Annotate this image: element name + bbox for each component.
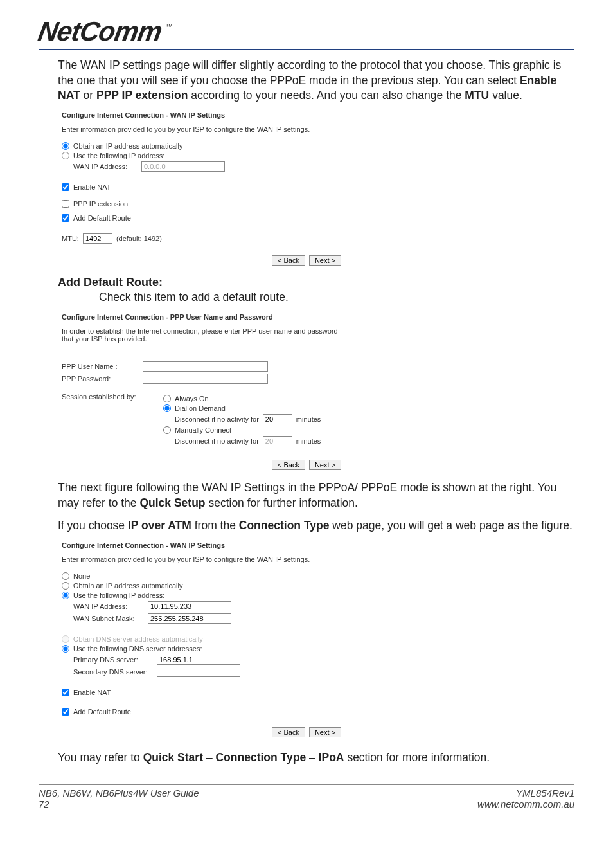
panel-title: Configure Internet Connection - WAN IP S…	[62, 111, 344, 119]
ipoa-wan-ip-panel: Configure Internet Connection - WAN IP S…	[62, 541, 344, 737]
text-bold: Quick Start	[143, 751, 203, 764]
panel-desc: Enter information provided to you by you…	[62, 556, 344, 563]
panel-desc: In order to establish the Internet conne…	[62, 327, 344, 343]
back-button[interactable]: < Back	[272, 460, 305, 470]
ppp-ip-extension-label: PPP IP extension	[73, 200, 128, 208]
minutes-label: minutes	[296, 437, 321, 445]
mtu-input[interactable]	[83, 233, 112, 244]
footer-url: www.netcomm.com.au	[477, 799, 574, 809]
manually-connect-label: Manually Connect	[175, 426, 231, 434]
use-static-ip-label: Use the following IP address:	[73, 152, 164, 159]
footer-guide-title: NB6, NB6W, NB6Plus4W User Guide	[39, 788, 199, 799]
add-default-route-checkbox[interactable]	[62, 214, 69, 222]
ppp-credentials-panel: Configure Internet Connection - PPP User…	[62, 313, 344, 470]
enable-nat-label: Enable NAT	[73, 689, 111, 696]
use-static-ip-label: Use the following IP address:	[73, 592, 164, 599]
text: –	[309, 751, 319, 764]
wan-ip-label: WAN IP Address:	[73, 163, 138, 170]
enable-nat-label: Enable NAT	[73, 183, 111, 191]
obtain-ip-auto-radio[interactable]	[62, 142, 69, 150]
add-default-route-label: Add Default Route	[73, 214, 131, 222]
text: section for further information.	[208, 496, 357, 509]
disconnect-timeout-input-2	[263, 436, 292, 446]
use-static-dns-label: Use the following DNS server addresses:	[73, 645, 202, 653]
paragraph-4: You may refer to Quick Start – Connectio…	[58, 750, 574, 766]
enable-nat-checkbox[interactable]	[62, 689, 69, 696]
back-button[interactable]: < Back	[272, 255, 305, 266]
page-footer: NB6, NB6W, NB6Plus4W User Guide 72 YML85…	[39, 784, 574, 809]
brand-name: NetComm	[36, 18, 164, 45]
next-button[interactable]: Next >	[309, 727, 341, 737]
primary-dns-input[interactable]	[157, 655, 240, 665]
panel-desc: Enter information provided to you by you…	[62, 125, 344, 133]
none-radio[interactable]	[62, 572, 69, 580]
mtu-default-label: (default: 1492)	[116, 235, 162, 242]
none-label: None	[73, 572, 90, 580]
text-bold: Quick Setup	[139, 496, 205, 509]
text: web page, you will get a web page as the…	[332, 519, 573, 532]
brand-logo: NetComm ™	[39, 18, 574, 45]
text-bold: MTU	[465, 89, 489, 102]
ppp-ip-extension-checkbox[interactable]	[62, 200, 69, 208]
wan-ip-label: WAN IP Address:	[73, 602, 144, 610]
minutes-label: minutes	[296, 415, 321, 423]
text: –	[206, 751, 216, 764]
add-default-route-sub: Check this item to add a default route.	[99, 291, 574, 304]
text: If you choose	[58, 519, 128, 532]
obtain-dns-auto-label: Obtain DNS server address automatically	[73, 635, 203, 643]
text-bold: Connection Type	[239, 519, 330, 532]
text-bold: PPP IP extension	[96, 89, 188, 102]
text-bold: Connection Type	[215, 751, 306, 764]
paragraph-2: The next figure following the WAN IP Set…	[58, 480, 574, 511]
dial-on-demand-radio[interactable]	[163, 404, 171, 412]
use-static-ip-radio[interactable]	[62, 152, 69, 159]
obtain-ip-auto-label: Obtain an IP address automatically	[73, 582, 182, 590]
ppp-pass-input[interactable]	[143, 374, 268, 384]
wan-ip-input	[141, 161, 225, 172]
text: The WAN IP settings page will differ sli…	[58, 59, 561, 87]
obtain-ip-auto-radio[interactable]	[62, 582, 69, 590]
text-bold: IPoA	[319, 751, 344, 764]
header-rule	[39, 49, 574, 50]
back-button[interactable]: < Back	[272, 727, 305, 737]
disconnect-if-label: Disconnect if no activity for	[175, 437, 259, 445]
ppp-user-label: PPP User Name :	[62, 363, 139, 370]
text-bold: IP over ATM	[128, 519, 191, 532]
text: or	[84, 89, 96, 102]
add-default-route-checkbox[interactable]	[62, 708, 69, 716]
next-button[interactable]: Next >	[309, 255, 341, 266]
text: according to your needs. And you can als…	[191, 89, 465, 102]
trademark: ™	[165, 22, 173, 31]
ppp-user-input[interactable]	[143, 361, 268, 372]
mtu-label: MTU:	[62, 235, 79, 242]
wan-ip-settings-panel: Configure Internet Connection - WAN IP S…	[62, 111, 344, 266]
wan-mask-input[interactable]	[148, 613, 231, 624]
disconnect-timeout-input-1[interactable]	[263, 414, 292, 424]
panel-title: Configure Internet Connection - PPP User…	[62, 313, 344, 321]
add-default-route-label: Add Default Route	[73, 708, 131, 716]
footer-doc-rev: YML854Rev1	[477, 788, 574, 799]
obtain-dns-auto-radio	[62, 635, 69, 643]
wan-ip-input[interactable]	[148, 601, 231, 611]
always-on-radio[interactable]	[163, 395, 171, 402]
always-on-label: Always On	[175, 395, 209, 402]
panel-title: Configure Internet Connection - WAN IP S…	[62, 541, 344, 549]
secondary-dns-input[interactable]	[157, 667, 240, 677]
wan-mask-label: WAN Subnet Mask:	[73, 615, 144, 622]
obtain-ip-auto-label: Obtain an IP address automatically	[73, 142, 182, 150]
dial-on-demand-label: Dial on Demand	[175, 404, 226, 412]
manually-connect-radio[interactable]	[163, 426, 171, 434]
text: from the	[195, 519, 239, 532]
add-default-route-heading: Add Default Route:	[58, 276, 574, 289]
text: value.	[492, 89, 522, 102]
next-button[interactable]: Next >	[309, 460, 341, 470]
use-static-ip-radio[interactable]	[62, 592, 69, 599]
disconnect-if-label: Disconnect if no activity for	[175, 415, 259, 423]
secondary-dns-label: Secondary DNS server:	[73, 668, 153, 676]
paragraph-3: If you choose IP over ATM from the Conne…	[58, 518, 574, 534]
enable-nat-checkbox[interactable]	[62, 183, 69, 191]
use-static-dns-radio[interactable]	[62, 645, 69, 653]
text: section for more information.	[347, 751, 490, 764]
session-established-label: Session established by:	[62, 393, 159, 401]
ppp-pass-label: PPP Password:	[62, 375, 139, 383]
